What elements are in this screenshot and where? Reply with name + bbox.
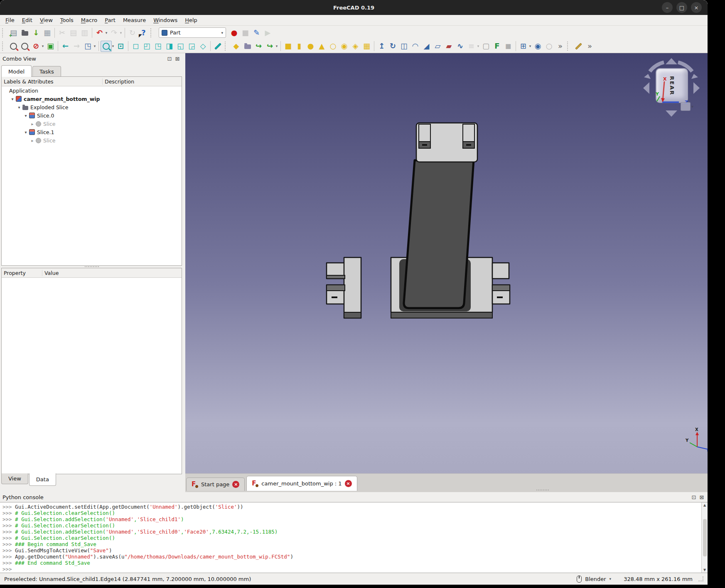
whats-this-icon[interactable]: ?◤ [138, 27, 149, 38]
navcube-arrow-up[interactable] [666, 58, 677, 64]
part-cone-icon[interactable]: ▲ [316, 41, 327, 52]
view-isometric-icon[interactable]: ⊡ [115, 41, 126, 52]
part-box-icon[interactable]: ■ [283, 41, 294, 52]
redo-dropdown-icon[interactable]: ▾ [119, 31, 123, 35]
cut-icon[interactable]: ✂ [57, 27, 68, 38]
menu-help[interactable]: Help [181, 16, 201, 24]
part-thickness-icon[interactable]: ▢ [480, 41, 492, 52]
tree-item-slice[interactable]: ▸Slice [2, 120, 182, 128]
navcube-arrow-down[interactable] [666, 110, 677, 117]
tree-item-slice[interactable]: ▸Slice [2, 136, 182, 145]
part-offset-dropdown-icon[interactable]: ▾ [476, 44, 480, 48]
menu-macro[interactable]: Macro [77, 16, 101, 24]
menu-file[interactable]: File [2, 16, 18, 24]
expander-icon[interactable]: ▾ [23, 130, 28, 135]
part-boolean-union-icon[interactable]: ◉ [532, 41, 543, 52]
macro-record-icon[interactable]: ● [229, 27, 240, 38]
menu-part[interactable]: Part [101, 16, 119, 24]
paste-icon[interactable]: ▥ [79, 27, 90, 38]
tree-item-camer-mount-bottom-wip[interactable]: ▾camer_mount_bottom_wip [2, 95, 182, 103]
part-extrude-icon[interactable]: ↥ [376, 41, 387, 52]
toolbar-grip[interactable] [2, 42, 6, 51]
document-tab-camer-mount-bottom-wip-1[interactable]: Fcamer_mount_bottom_wip : 1× [246, 476, 357, 491]
part-projection-icon[interactable]: F [492, 41, 503, 52]
document-tab-start-page[interactable]: FStart page× [186, 478, 245, 491]
open-document-icon[interactable] [19, 27, 30, 38]
part-import-export-icon[interactable]: ↪ [264, 41, 275, 52]
copy-icon[interactable]: ▤ [68, 27, 79, 38]
part-loft-icon[interactable]: ▰ [443, 41, 455, 52]
part-mirror-icon[interactable]: ◫ [398, 41, 410, 52]
tab-model[interactable]: Model [1, 65, 32, 77]
fit-all-icon[interactable] [8, 41, 19, 52]
part-chamfer-icon[interactable]: ◢ [421, 41, 432, 52]
panel-splitter[interactable] [1, 265, 182, 268]
navcube-face-label[interactable]: REAR [669, 76, 675, 96]
view-left-icon[interactable]: ◲ [186, 41, 197, 52]
menu-measure[interactable]: Measure [119, 16, 150, 24]
nav-style-caret-icon[interactable]: ▾ [609, 577, 612, 581]
view-rear-icon[interactable]: ◨ [164, 41, 175, 52]
view-bottom-icon[interactable]: ◱ [175, 41, 186, 52]
part-shape-builder-icon[interactable]: ◈ [350, 41, 361, 52]
expander-icon[interactable]: ▾ [17, 105, 22, 110]
measure-linear-icon[interactable] [573, 41, 584, 52]
part-boolean-common-icon[interactable]: ○ [543, 41, 555, 52]
column-value[interactable]: Value [42, 270, 182, 276]
resize-grip[interactable] [698, 576, 703, 581]
navigation-cube[interactable]: REAR X Y Z ▾ [638, 57, 705, 120]
part-export-icon[interactable]: ↪ [253, 41, 264, 52]
nav-style-selector[interactable]: Blender [585, 576, 606, 582]
part-offset-icon[interactable]: ≡ [466, 41, 477, 52]
macro-stop-icon[interactable]: ■ [240, 27, 251, 38]
clipping-plane-icon[interactable]: ⊘ [30, 41, 42, 52]
expander-icon[interactable]: ▾ [23, 113, 28, 118]
navcube-arrow-right[interactable] [693, 82, 700, 94]
toolbar-grip[interactable] [2, 28, 6, 37]
toolbar-grip[interactable] [225, 42, 229, 51]
tab-close-icon[interactable]: × [345, 480, 352, 487]
expander-icon[interactable]: ▾ [10, 97, 15, 101]
navcube-mini-cube[interactable] [681, 102, 691, 111]
save-document-icon[interactable]: ↓ [30, 27, 42, 38]
minimize-button[interactable]: – [662, 2, 673, 13]
tree-item-application[interactable]: Application [2, 86, 182, 95]
view-right-icon[interactable]: ◳ [152, 41, 164, 52]
part-shapes-icon[interactable]: ◆ [231, 41, 242, 52]
part-revolve-icon[interactable]: ↻ [387, 41, 398, 52]
menu-tools[interactable]: Tools [57, 16, 77, 24]
scrollbar-thumb[interactable] [703, 519, 707, 556]
column-property[interactable]: Property [2, 270, 42, 276]
new-document-icon[interactable]: ▤+ [8, 27, 19, 38]
toolbar-grip[interactable] [150, 28, 154, 37]
close-button[interactable]: × [691, 2, 702, 13]
expander-icon[interactable]: ▸ [30, 138, 35, 143]
part-primitives-icon[interactable]: ▦ [361, 41, 372, 52]
part-fillet-icon[interactable]: ◠ [410, 41, 421, 52]
python-console[interactable]: >>> Gui.ActiveDocument.setEdit(App.getDo… [0, 502, 708, 573]
workbench-selector[interactable]: Part▾ [159, 27, 226, 38]
macro-play-icon[interactable]: ▶ [262, 27, 273, 38]
3d-viewport[interactable]: REAR X Y Z ▾ X Y Z [185, 53, 708, 473]
nav-back-icon[interactable]: ← [60, 41, 71, 52]
panel-close-icon[interactable]: ⊠ [174, 55, 181, 62]
menu-edit[interactable]: Edit [18, 16, 36, 24]
column-description[interactable]: Description [103, 78, 182, 85]
console-splitter[interactable] [536, 490, 549, 490]
navcube-arrow-left[interactable] [643, 82, 649, 94]
tab-view[interactable]: View [1, 473, 28, 484]
toolbar-overflow-2-icon[interactable]: » [584, 41, 595, 52]
scroll-down-icon[interactable]: ▼ [703, 568, 706, 572]
menu-view[interactable]: View [36, 16, 57, 24]
tree-item-exploded-slice[interactable]: ▾Exploded Slice [2, 103, 182, 111]
undo-icon[interactable]: ↶ [94, 27, 105, 38]
part-compound-icon[interactable]: ⊞ [518, 41, 529, 52]
view-front-icon[interactable]: ◻ [130, 41, 141, 52]
linked-view-icon[interactable]: ◳ [82, 41, 93, 52]
view-axonometric-icon[interactable]: ◇ [197, 41, 209, 52]
part-cylinder-icon[interactable]: ▮ [294, 41, 305, 52]
panel-float-icon[interactable]: ⊡ [166, 55, 173, 62]
tree-item-slice-1[interactable]: ▾Slice.1 [2, 128, 182, 136]
refresh-icon[interactable]: ↻ [127, 27, 138, 38]
menu-windows[interactable]: Windows [150, 16, 181, 24]
